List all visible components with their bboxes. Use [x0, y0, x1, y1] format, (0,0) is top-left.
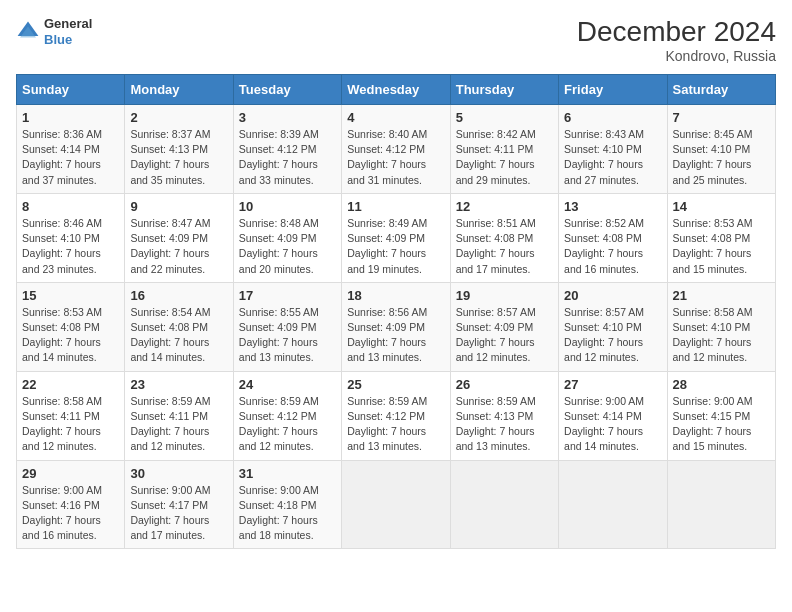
day-info: Sunrise: 8:39 AM Sunset: 4:12 PM Dayligh… [239, 127, 336, 188]
calendar-cell: 15Sunrise: 8:53 AM Sunset: 4:08 PM Dayli… [17, 282, 125, 371]
day-info: Sunrise: 8:48 AM Sunset: 4:09 PM Dayligh… [239, 216, 336, 277]
day-info: Sunrise: 8:57 AM Sunset: 4:09 PM Dayligh… [456, 305, 553, 366]
calendar-cell: 23Sunrise: 8:59 AM Sunset: 4:11 PM Dayli… [125, 371, 233, 460]
day-info: Sunrise: 8:36 AM Sunset: 4:14 PM Dayligh… [22, 127, 119, 188]
calendar-cell: 2Sunrise: 8:37 AM Sunset: 4:13 PM Daylig… [125, 105, 233, 194]
day-number: 9 [130, 199, 227, 214]
calendar-cell: 28Sunrise: 9:00 AM Sunset: 4:15 PM Dayli… [667, 371, 775, 460]
day-number: 25 [347, 377, 444, 392]
weekday-header-saturday: Saturday [667, 75, 775, 105]
day-number: 16 [130, 288, 227, 303]
day-info: Sunrise: 8:40 AM Sunset: 4:12 PM Dayligh… [347, 127, 444, 188]
calendar-cell: 16Sunrise: 8:54 AM Sunset: 4:08 PM Dayli… [125, 282, 233, 371]
calendar-cell: 5Sunrise: 8:42 AM Sunset: 4:11 PM Daylig… [450, 105, 558, 194]
day-number: 22 [22, 377, 119, 392]
calendar-cell: 9Sunrise: 8:47 AM Sunset: 4:09 PM Daylig… [125, 193, 233, 282]
day-info: Sunrise: 8:46 AM Sunset: 4:10 PM Dayligh… [22, 216, 119, 277]
calendar-cell: 10Sunrise: 8:48 AM Sunset: 4:09 PM Dayli… [233, 193, 341, 282]
weekday-header-friday: Friday [559, 75, 667, 105]
day-info: Sunrise: 8:54 AM Sunset: 4:08 PM Dayligh… [130, 305, 227, 366]
page-header: General Blue December 2024 Kondrovo, Rus… [16, 16, 776, 64]
day-info: Sunrise: 8:52 AM Sunset: 4:08 PM Dayligh… [564, 216, 661, 277]
calendar-cell: 19Sunrise: 8:57 AM Sunset: 4:09 PM Dayli… [450, 282, 558, 371]
day-info: Sunrise: 8:49 AM Sunset: 4:09 PM Dayligh… [347, 216, 444, 277]
calendar-cell: 3Sunrise: 8:39 AM Sunset: 4:12 PM Daylig… [233, 105, 341, 194]
calendar-cell: 1Sunrise: 8:36 AM Sunset: 4:14 PM Daylig… [17, 105, 125, 194]
day-info: Sunrise: 9:00 AM Sunset: 4:17 PM Dayligh… [130, 483, 227, 544]
day-info: Sunrise: 8:59 AM Sunset: 4:11 PM Dayligh… [130, 394, 227, 455]
calendar-cell: 29Sunrise: 9:00 AM Sunset: 4:16 PM Dayli… [17, 460, 125, 549]
day-info: Sunrise: 8:42 AM Sunset: 4:11 PM Dayligh… [456, 127, 553, 188]
logo-line2: Blue [44, 32, 92, 48]
day-number: 24 [239, 377, 336, 392]
weekday-header-thursday: Thursday [450, 75, 558, 105]
calendar-title: December 2024 [577, 16, 776, 48]
day-info: Sunrise: 8:58 AM Sunset: 4:11 PM Dayligh… [22, 394, 119, 455]
day-number: 3 [239, 110, 336, 125]
calendar-cell: 21Sunrise: 8:58 AM Sunset: 4:10 PM Dayli… [667, 282, 775, 371]
calendar-cell: 6Sunrise: 8:43 AM Sunset: 4:10 PM Daylig… [559, 105, 667, 194]
calendar-cell: 14Sunrise: 8:53 AM Sunset: 4:08 PM Dayli… [667, 193, 775, 282]
day-number: 7 [673, 110, 770, 125]
day-number: 23 [130, 377, 227, 392]
day-number: 5 [456, 110, 553, 125]
day-number: 29 [22, 466, 119, 481]
day-info: Sunrise: 9:00 AM Sunset: 4:16 PM Dayligh… [22, 483, 119, 544]
day-number: 12 [456, 199, 553, 214]
day-info: Sunrise: 8:56 AM Sunset: 4:09 PM Dayligh… [347, 305, 444, 366]
day-number: 28 [673, 377, 770, 392]
calendar-subtitle: Kondrovo, Russia [577, 48, 776, 64]
calendar-cell: 13Sunrise: 8:52 AM Sunset: 4:08 PM Dayli… [559, 193, 667, 282]
day-info: Sunrise: 9:00 AM Sunset: 4:15 PM Dayligh… [673, 394, 770, 455]
day-info: Sunrise: 8:45 AM Sunset: 4:10 PM Dayligh… [673, 127, 770, 188]
day-number: 20 [564, 288, 661, 303]
day-number: 10 [239, 199, 336, 214]
day-info: Sunrise: 9:00 AM Sunset: 4:18 PM Dayligh… [239, 483, 336, 544]
weekday-header-wednesday: Wednesday [342, 75, 450, 105]
day-info: Sunrise: 8:53 AM Sunset: 4:08 PM Dayligh… [673, 216, 770, 277]
day-number: 2 [130, 110, 227, 125]
day-info: Sunrise: 8:59 AM Sunset: 4:12 PM Dayligh… [239, 394, 336, 455]
weekday-header-monday: Monday [125, 75, 233, 105]
weekday-header-tuesday: Tuesday [233, 75, 341, 105]
calendar-cell: 4Sunrise: 8:40 AM Sunset: 4:12 PM Daylig… [342, 105, 450, 194]
day-info: Sunrise: 8:37 AM Sunset: 4:13 PM Dayligh… [130, 127, 227, 188]
day-number: 8 [22, 199, 119, 214]
day-number: 14 [673, 199, 770, 214]
calendar-cell: 31Sunrise: 9:00 AM Sunset: 4:18 PM Dayli… [233, 460, 341, 549]
calendar-cell: 27Sunrise: 9:00 AM Sunset: 4:14 PM Dayli… [559, 371, 667, 460]
day-number: 11 [347, 199, 444, 214]
weekday-header-sunday: Sunday [17, 75, 125, 105]
day-number: 15 [22, 288, 119, 303]
calendar-cell: 8Sunrise: 8:46 AM Sunset: 4:10 PM Daylig… [17, 193, 125, 282]
calendar-cell [450, 460, 558, 549]
calendar-cell: 30Sunrise: 9:00 AM Sunset: 4:17 PM Dayli… [125, 460, 233, 549]
day-number: 26 [456, 377, 553, 392]
day-number: 31 [239, 466, 336, 481]
calendar-cell: 12Sunrise: 8:51 AM Sunset: 4:08 PM Dayli… [450, 193, 558, 282]
calendar-cell: 20Sunrise: 8:57 AM Sunset: 4:10 PM Dayli… [559, 282, 667, 371]
calendar-cell: 26Sunrise: 8:59 AM Sunset: 4:13 PM Dayli… [450, 371, 558, 460]
calendar-cell: 25Sunrise: 8:59 AM Sunset: 4:12 PM Dayli… [342, 371, 450, 460]
day-info: Sunrise: 8:55 AM Sunset: 4:09 PM Dayligh… [239, 305, 336, 366]
day-number: 19 [456, 288, 553, 303]
day-number: 6 [564, 110, 661, 125]
calendar-cell [667, 460, 775, 549]
day-info: Sunrise: 9:00 AM Sunset: 4:14 PM Dayligh… [564, 394, 661, 455]
day-number: 1 [22, 110, 119, 125]
day-info: Sunrise: 8:59 AM Sunset: 4:12 PM Dayligh… [347, 394, 444, 455]
day-info: Sunrise: 8:51 AM Sunset: 4:08 PM Dayligh… [456, 216, 553, 277]
day-number: 17 [239, 288, 336, 303]
calendar-cell: 24Sunrise: 8:59 AM Sunset: 4:12 PM Dayli… [233, 371, 341, 460]
logo: General Blue [16, 16, 92, 47]
day-info: Sunrise: 8:59 AM Sunset: 4:13 PM Dayligh… [456, 394, 553, 455]
day-info: Sunrise: 8:47 AM Sunset: 4:09 PM Dayligh… [130, 216, 227, 277]
calendar-cell: 22Sunrise: 8:58 AM Sunset: 4:11 PM Dayli… [17, 371, 125, 460]
day-info: Sunrise: 8:58 AM Sunset: 4:10 PM Dayligh… [673, 305, 770, 366]
calendar-table: SundayMondayTuesdayWednesdayThursdayFrid… [16, 74, 776, 549]
logo-line1: General [44, 16, 92, 32]
day-number: 30 [130, 466, 227, 481]
day-info: Sunrise: 8:53 AM Sunset: 4:08 PM Dayligh… [22, 305, 119, 366]
day-number: 21 [673, 288, 770, 303]
day-number: 27 [564, 377, 661, 392]
